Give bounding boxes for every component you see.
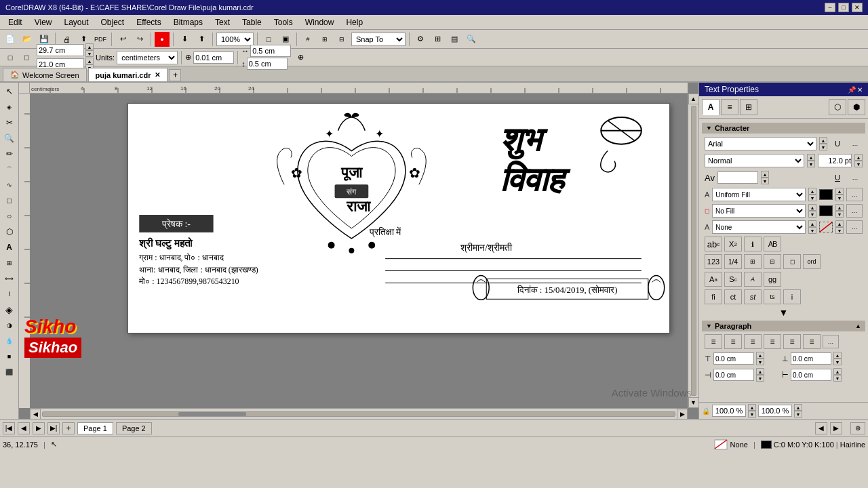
- smart-tool[interactable]: ∿: [2, 178, 17, 192]
- character-section-header[interactable]: ▼ Character: [702, 123, 865, 134]
- fill-more-btn[interactable]: …: [846, 188, 863, 201]
- scroll-canvas-right[interactable]: ▶: [830, 422, 842, 434]
- panel-close-btn[interactable]: ✕: [857, 86, 863, 94]
- menu-window[interactable]: Window: [300, 16, 340, 28]
- snap-grid[interactable]: #: [300, 32, 315, 47]
- menu-edit[interactable]: Edit: [3, 16, 28, 28]
- layout-btn[interactable]: ⊞: [430, 32, 445, 47]
- tab-character-btn[interactable]: A: [702, 99, 719, 115]
- zoom-x-down[interactable]: ▼: [748, 411, 756, 418]
- page-width-input[interactable]: [37, 44, 84, 56]
- indent-right-input[interactable]: [791, 369, 831, 381]
- menu-layout[interactable]: Layout: [58, 16, 94, 28]
- menu-effects[interactable]: Effects: [131, 16, 166, 28]
- outline-up[interactable]: ▲: [808, 204, 816, 211]
- outline-color-down[interactable]: ▼: [835, 211, 844, 218]
- para-more-btn[interactable]: …: [823, 335, 839, 348]
- indent-right-up[interactable]: ▲: [833, 368, 842, 375]
- table-tool[interactable]: ⊞: [2, 256, 17, 270]
- fill-down[interactable]: ▼: [808, 195, 816, 201]
- select-tool[interactable]: ↖: [2, 84, 17, 99]
- info-btn[interactable]: ℹ: [744, 237, 762, 251]
- space-before-input[interactable]: [713, 352, 754, 365]
- size-down[interactable]: ▼: [854, 161, 863, 167]
- more-options-btn[interactable]: …: [848, 170, 863, 185]
- zoom-x-up[interactable]: ▲: [748, 404, 756, 411]
- menu-view[interactable]: View: [29, 16, 58, 28]
- x-input[interactable]: [250, 45, 291, 57]
- style-up[interactable]: ▲: [807, 154, 815, 161]
- redo-button[interactable]: ↪: [132, 32, 147, 47]
- case-btn4[interactable]: gg: [764, 272, 781, 287]
- bezier-tool[interactable]: ⌒: [2, 162, 17, 177]
- menu-table[interactable]: Table: [237, 16, 267, 28]
- fill-color-box[interactable]: [819, 189, 833, 200]
- page-add-btn[interactable]: +: [62, 422, 75, 434]
- number-btn[interactable]: 123: [705, 254, 722, 269]
- width-up[interactable]: ▲: [85, 43, 94, 50]
- display-btn[interactable]: ▤: [447, 32, 462, 47]
- font-down[interactable]: ▼: [819, 144, 827, 150]
- fill-color-up[interactable]: ▲: [835, 188, 844, 195]
- tab-frame-btn[interactable]: ⊞: [740, 99, 757, 115]
- bg-color-down[interactable]: ▼: [835, 227, 844, 234]
- snap-object[interactable]: ⊟: [334, 32, 349, 47]
- page-prev-btn[interactable]: ◀: [18, 422, 30, 434]
- scroll-right-btn[interactable]: ▶: [677, 409, 688, 420]
- case-btn1[interactable]: Aa: [705, 272, 722, 287]
- menu-tools[interactable]: Tools: [269, 16, 298, 28]
- rect-tool[interactable]: □: [2, 193, 17, 208]
- paragraph-collapse[interactable]: ▲: [855, 323, 861, 329]
- units-select[interactable]: centimeters: [117, 51, 178, 64]
- fill-up[interactable]: ▲: [808, 188, 816, 195]
- open-button[interactable]: 📂: [20, 32, 35, 47]
- ct-btn[interactable]: ct: [724, 289, 742, 304]
- tab-file[interactable]: puja kumari.cdr ✕: [88, 68, 168, 81]
- menu-object[interactable]: Object: [96, 16, 130, 28]
- fi-btn[interactable]: fi: [705, 289, 722, 304]
- align-center-btn[interactable]: ≡: [724, 334, 742, 349]
- normal-char-btn[interactable]: abc: [705, 237, 722, 251]
- shape-tool[interactable]: ◈: [2, 100, 17, 115]
- zoom-y-input[interactable]: [758, 405, 792, 417]
- align-none-btn[interactable]: ≡: [803, 334, 821, 349]
- ord-btn[interactable]: ord: [803, 254, 821, 269]
- superscript-btn[interactable]: X2: [724, 237, 742, 251]
- ellipse-tool[interactable]: ○: [2, 209, 17, 224]
- maximize-button[interactable]: □: [838, 3, 849, 12]
- kern-up[interactable]: ▲: [761, 171, 769, 178]
- page-last-btn[interactable]: ▶|: [47, 422, 60, 434]
- text-tool[interactable]: A: [2, 240, 17, 255]
- y-input[interactable]: [247, 58, 288, 70]
- fraction-btn[interactable]: 1/4: [724, 254, 742, 269]
- scroll-v-thumb[interactable]: [691, 106, 696, 396]
- page-next-btn[interactable]: ▶: [33, 422, 45, 434]
- fill-color-down[interactable]: ▼: [835, 195, 844, 201]
- bg-down[interactable]: ▼: [808, 227, 816, 234]
- scroll-down-btn[interactable]: ▼: [688, 397, 699, 408]
- tab-close-icon[interactable]: ✕: [155, 71, 160, 79]
- tab-welcome[interactable]: 🏠 Welcome Screen: [3, 68, 87, 81]
- fill-type-select[interactable]: Uniform Fill No Fill Linear Gradient: [712, 188, 806, 201]
- panel-pin-btn[interactable]: 📌: [848, 86, 856, 94]
- options-button[interactable]: ⚙: [413, 32, 428, 47]
- extra-btn[interactable]: …: [848, 136, 863, 151]
- space-before-up[interactable]: ▲: [756, 352, 764, 359]
- bg-type-select[interactable]: None Uniform Fill: [712, 220, 806, 234]
- new-button[interactable]: 📄: [3, 32, 18, 47]
- minimize-button[interactable]: –: [825, 3, 835, 12]
- dimension-tool[interactable]: ⟺: [2, 271, 17, 286]
- outline-down[interactable]: ▼: [808, 211, 816, 218]
- scroll-h-thumb[interactable]: [42, 411, 675, 417]
- align-force-btn[interactable]: ≡: [783, 334, 801, 349]
- caps-btn[interactable]: AB: [764, 237, 781, 251]
- ts-btn[interactable]: ts: [764, 289, 781, 304]
- align-left-btn[interactable]: ≡: [705, 334, 722, 349]
- menu-bitmaps[interactable]: Bitmaps: [168, 16, 208, 28]
- transparency-tool[interactable]: ◑: [2, 318, 17, 333]
- freehand-tool[interactable]: ✏: [2, 146, 17, 161]
- case-btn2[interactable]: Sc: [724, 272, 742, 287]
- font-up[interactable]: ▲: [819, 137, 827, 144]
- nudge-input[interactable]: [193, 52, 234, 64]
- underline-btn[interactable]: U: [830, 136, 845, 151]
